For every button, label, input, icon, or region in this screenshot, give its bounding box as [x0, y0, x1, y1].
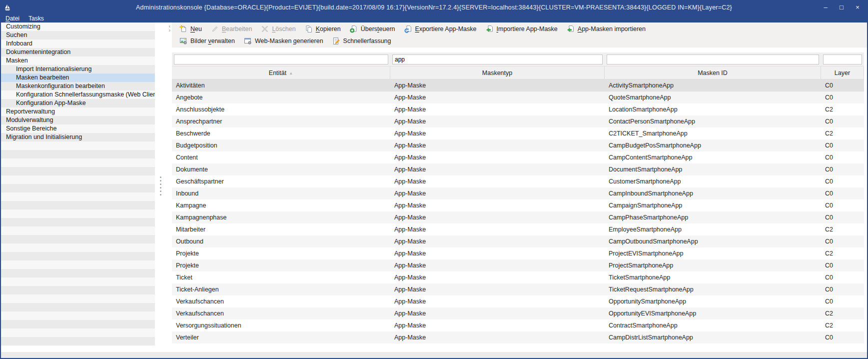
web-masken-generieren-button[interactable]: Web-Masken generieren	[239, 36, 328, 46]
splitter-drag-handle-icon[interactable]	[160, 176, 161, 195]
column-header-layer[interactable]: Layer	[821, 66, 864, 79]
table-row[interactable]: AnschlussobjekteApp-MaskeLocationSmartph…	[172, 104, 864, 116]
table-cell: CampPhaseSmartphoneApp	[605, 212, 821, 224]
sidebar-item-konfiguration-schnellerfassungsmaske-web-client[interactable]: Konfiguration Schnellerfassungsmaske (We…	[1, 90, 155, 99]
table-row[interactable]: Ticket-AnliegenApp-MaskeTicketRequestSma…	[172, 284, 864, 296]
toolbar-button-label: Bearbeiten	[222, 26, 252, 32]
table-cell: App-Maske	[390, 92, 605, 104]
sidebar-filler-row	[1, 320, 155, 328]
table-cell: Anschlussobjekte	[172, 104, 390, 116]
table-cell: Verteiler	[172, 332, 390, 344]
sidebar-item-masken[interactable]: Masken	[1, 56, 155, 65]
table-row[interactable]: ProjekteApp-MaskeProjectSmartphoneAppC0	[172, 260, 864, 272]
sidebar-filler-row	[1, 218, 155, 226]
filter-input-masken-id[interactable]	[607, 54, 819, 64]
sidebar-item-modulverwaltung[interactable]: Modulverwaltung	[1, 116, 155, 124]
table-cell: Aktivitäten	[172, 80, 390, 92]
sidebar-item-suchen[interactable]: Suchen	[1, 31, 155, 40]
splitter-collapse-icon[interactable]: ‹›	[169, 24, 170, 32]
table-row[interactable]: VerkaufschancenApp-MaskeOpportunitySmart…	[172, 296, 864, 308]
navigation-sidebar: CustomizingSuchenInfoboardDokumenteninte…	[1, 22, 155, 352]
table-cell: App-Maske	[390, 152, 605, 164]
toolbar-button-label: Web-Masken generieren	[255, 38, 323, 44]
sort-ascending-icon: ▲	[289, 71, 293, 76]
table-row[interactable]: TicketApp-MaskeTicketSmartphoneAppC0	[172, 272, 864, 284]
export-icon	[404, 25, 412, 33]
table-row[interactable]: MitarbeiterApp-MaskeEmployeeSmartphoneAp…	[172, 224, 864, 236]
sidebar-item-customizing[interactable]: Customizing	[1, 22, 155, 31]
table-cell: EmployeeSmartphoneApp	[605, 224, 821, 236]
toolbar-button-label: Importiere App-Maske	[497, 26, 558, 32]
sidebar-filler-row	[1, 252, 155, 260]
table-row[interactable]: VerteilerApp-MaskeCampDistrListSmartphon…	[172, 332, 864, 344]
delete-button[interactable]: Löschen	[256, 24, 300, 34]
table-row[interactable]: ContentApp-MaskeCampContentSmartphoneApp…	[172, 152, 864, 164]
table-row[interactable]: DokumenteApp-MaskeDocumentSmartphoneAppC…	[172, 164, 864, 176]
table-cell: ContractSmartphoneApp	[605, 320, 821, 332]
table-cell: LocationSmartphoneApp	[605, 104, 821, 116]
sidebar-item-infoboard[interactable]: Infoboard	[1, 40, 155, 48]
filter-cell	[172, 52, 390, 66]
export-app-maske-button[interactable]: Exportiere App-Maske	[400, 24, 481, 34]
menu-datei[interactable]: Datei	[5, 15, 19, 22]
filter-input-layer[interactable]	[823, 54, 862, 64]
bilder-verwalten-button[interactable]: Bilder verwalten	[175, 36, 239, 46]
filter-input-maskentyp[interactable]	[392, 54, 603, 64]
table-row[interactable]: VerkaufschancenApp-MaskeOpportunityEVISm…	[172, 308, 864, 320]
images-icon	[179, 37, 187, 45]
table-row[interactable]: BeschwerdeApp-MaskeC2TICKET_SmartphoneAp…	[172, 128, 864, 140]
sidebar-item-reportverwaltung[interactable]: Reportverwaltung	[1, 108, 155, 116]
sidebar-item-sonstige-bereiche[interactable]: Sonstige Bereiche	[1, 124, 155, 133]
column-header-maskentyp[interactable]: Maskentyp	[390, 66, 605, 79]
menu-tasks[interactable]: Tasks	[28, 15, 44, 22]
column-header-masken-id[interactable]: Masken ID	[605, 66, 821, 79]
table-row[interactable]: InboundApp-MaskeCampInboundSmartphoneApp…	[172, 188, 864, 200]
app-masken-importieren-button[interactable]: App-Masken importieren	[562, 24, 650, 34]
delete-icon	[261, 25, 269, 33]
minimize-button[interactable]: –	[822, 4, 829, 12]
table-cell: App-Maske	[390, 104, 605, 116]
table-cell: Angebote	[172, 92, 390, 104]
maximize-button[interactable]: □	[838, 4, 845, 12]
schnellerfassung-button[interactable]: Schnellerfassung	[328, 36, 396, 46]
toolbar-button-label: Löschen	[272, 26, 295, 32]
toolbar-button-label: Kopieren	[316, 26, 341, 32]
sidebar-item-import-internationalisierung[interactable]: Import Internationalisierung	[1, 65, 155, 74]
table-cell: App-Maske	[390, 188, 605, 200]
splitter-dot	[160, 194, 161, 195]
table-cell: App-Maske	[390, 236, 605, 248]
table-row[interactable]: KampagneApp-MaskeCampaignSmartphoneAppC0	[172, 200, 864, 212]
import-app-maske-button[interactable]: Importiere App-Maske	[481, 24, 562, 34]
sidebar-item-dokumentenintegration[interactable]: Dokumentenintegration	[1, 48, 155, 56]
table-cell: C0	[821, 92, 864, 104]
new-button[interactable]: Neu	[175, 24, 206, 34]
pane-splitter[interactable]: ‹›	[155, 22, 172, 352]
sidebar-item-migration-und-initialisierung[interactable]: Migration und Initialisierung	[1, 133, 155, 142]
table-row[interactable]: AnsprechpartnerApp-MaskeContactPersonSma…	[172, 116, 864, 128]
sidebar-item-konfiguration-app-maske[interactable]: Konfiguration App-Maske	[1, 99, 155, 108]
table-cell: C0	[821, 164, 864, 176]
table-row[interactable]: AktivitätenApp-MaskeActivitySmartphoneAp…	[172, 80, 864, 92]
table-row[interactable]: BudgetpositionApp-MaskeCampBudgetPosSmar…	[172, 140, 864, 152]
copy-button[interactable]: Kopieren	[300, 24, 345, 34]
sidebar-item-maskenkonfiguration-bearbeiten[interactable]: Maskenkonfiguration bearbeiten	[1, 82, 155, 90]
table-row[interactable]: AngeboteApp-MaskeQuoteSmartphoneAppC0	[172, 92, 864, 104]
table-cell: OpportunityEVISmartphoneApp	[605, 308, 821, 320]
sidebar-item-masken-bearbeiten[interactable]: Masken bearbeiten	[1, 74, 155, 82]
splitter-dot	[160, 176, 161, 178]
table-row[interactable]: ProjekteApp-MaskeProjectEVISmartphoneApp…	[172, 248, 864, 260]
toolbar-button-label: App-Masken importieren	[578, 26, 646, 32]
filter-input-entit-t[interactable]	[174, 54, 388, 64]
table-row[interactable]: GeschäftspartnerApp-MaskeCustomerSmartph…	[172, 176, 864, 188]
table-cell: DocumentSmartphoneApp	[605, 164, 821, 176]
column-header-entit-t[interactable]: Entität▲	[172, 66, 390, 79]
edit-button[interactable]: Bearbeiten	[206, 24, 256, 34]
table-row[interactable]: KampagnenphaseApp-MaskeCampPhaseSmartpho…	[172, 212, 864, 224]
menu-bar: DateiTasks	[1, 14, 867, 22]
close-button[interactable]: ×	[854, 4, 861, 12]
override-button[interactable]: Übersteuern	[345, 24, 400, 34]
table-row[interactable]: OutboundApp-MaskeCampOutboundSmartphoneA…	[172, 236, 864, 248]
sailboat-icon	[4, 4, 11, 11]
edit-icon	[211, 25, 219, 33]
table-row[interactable]: VersorgungssituationenApp-MaskeContractS…	[172, 320, 864, 332]
